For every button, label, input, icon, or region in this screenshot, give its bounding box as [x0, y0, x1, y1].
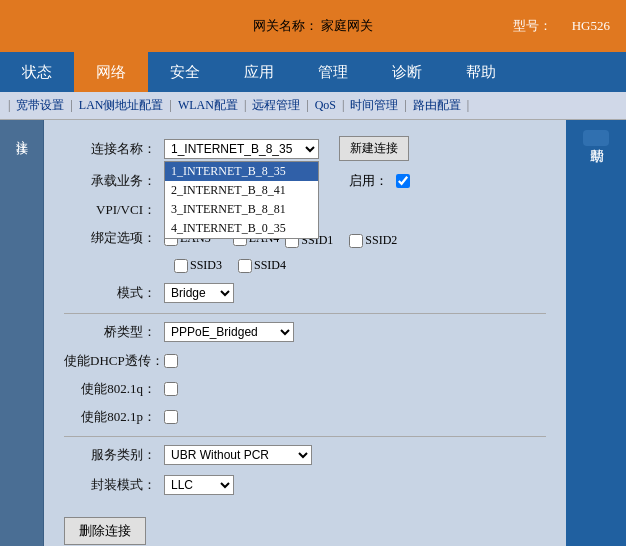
bind-ssid3-label: SSID3	[190, 258, 222, 273]
subnav-broadband[interactable]: 宽带设置	[10, 97, 70, 114]
service-type-select[interactable]: UBR Without PCR	[164, 445, 312, 465]
mode-select[interactable]: Bridge Route	[164, 283, 234, 303]
subnav: | 宽带设置 | LAN侧地址配置 | WLAN配置 | 远程管理 | QoS …	[0, 92, 626, 120]
gateway-name: 家庭网关	[321, 18, 373, 33]
subnav-qos[interactable]: QoS	[309, 98, 342, 113]
bind-ssid3: SSID3	[174, 258, 222, 273]
dhcp-enable-label: 使能DHCP透传：	[64, 352, 164, 370]
bearer-service-label: 承载业务：	[64, 172, 164, 190]
connection-name-dropdown[interactable]: 1_INTERNET_B_8_35 2_INTERNET_B_8_41 3_IN…	[164, 139, 319, 159]
connection-name-label: 连接名称：	[64, 140, 164, 158]
service-type-label: 服务类别：	[64, 446, 164, 464]
delete-connection-button[interactable]: 删除连接	[64, 517, 146, 545]
dhcp-enable-row: 使能DHCP透传：	[64, 352, 546, 370]
help-panel: 帮助	[566, 120, 626, 546]
nav-item-management[interactable]: 管理	[296, 52, 370, 92]
model-value: HG526	[572, 18, 610, 34]
dropdown-option-1[interactable]: 1_INTERNET_B_8_35	[165, 162, 318, 181]
subnav-time[interactable]: 时间管理	[344, 97, 404, 114]
bind-ssid4: SSID4	[238, 258, 286, 273]
connection-name-select[interactable]: 1_INTERNET_B_8_35 2_INTERNET_B_8_41 3_IN…	[164, 139, 319, 159]
sidebar-label[interactable]: 注接	[13, 130, 30, 134]
nav-item-network[interactable]: 网络	[74, 52, 148, 92]
gateway-label: 网关名称：	[253, 18, 318, 33]
bind-ssid2-checkbox[interactable]	[349, 234, 363, 248]
model-label: 型号：	[513, 17, 552, 35]
nav-item-apps[interactable]: 应用	[222, 52, 296, 92]
bind-ssid2: SSID2	[349, 233, 397, 248]
enable802-1p-checkbox[interactable]	[164, 410, 178, 424]
vpi-vci-label: VPI/VCI：	[64, 201, 164, 219]
header-title: 网关名称： 家庭网关	[253, 17, 373, 35]
header: 网关名称： 家庭网关 型号： HG526	[0, 0, 626, 52]
encap-mode-row: 封装模式： LLC VC-MUX	[64, 475, 546, 495]
bind-option-label: 绑定选项：	[64, 229, 164, 247]
enable802-1q-checkbox[interactable]	[164, 382, 178, 396]
new-connection-button[interactable]: 新建连接	[339, 136, 409, 161]
dhcp-enable-checkbox[interactable]	[164, 354, 178, 368]
header-right: 型号： HG526	[513, 17, 610, 35]
enable-label: 启用：	[349, 172, 388, 190]
help-label[interactable]: 帮助	[583, 130, 609, 146]
service-type-row: 服务类别： UBR Without PCR	[64, 445, 546, 465]
bind-ssid3-checkbox[interactable]	[174, 259, 188, 273]
sidebar: 注接	[0, 120, 44, 546]
bind-ssid2-label: SSID2	[365, 233, 397, 248]
bridge-type-row: 桥类型： PPPoE_Bridged	[64, 322, 546, 342]
mode-row: 模式： Bridge Route	[64, 283, 546, 303]
subnav-sep7: |	[467, 98, 469, 113]
bridge-type-label: 桥类型：	[64, 323, 164, 341]
enable802-1q-row: 使能802.1q：	[64, 380, 546, 398]
nav-item-help[interactable]: 帮助	[444, 52, 518, 92]
nav-item-status[interactable]: 状态	[0, 52, 74, 92]
subnav-routing[interactable]: 路由配置	[407, 97, 467, 114]
bridge-type-select[interactable]: PPPoE_Bridged	[164, 322, 294, 342]
main-wrap: 注接 连接名称： 1_INTERNET_B_8_35 2_INTERNET_B_…	[0, 120, 626, 546]
bind-ssid4-checkbox[interactable]	[238, 259, 252, 273]
enable802-1p-row: 使能802.1p：	[64, 408, 546, 426]
navbar: 状态 网络 安全 应用 管理 诊断 帮助	[0, 52, 626, 92]
dropdown-option-4[interactable]: 4_INTERNET_B_0_35	[165, 219, 318, 238]
enable-checkbox[interactable]	[396, 174, 410, 188]
subnav-lan-addr[interactable]: LAN侧地址配置	[73, 97, 170, 114]
nav-item-diagnosis[interactable]: 诊断	[370, 52, 444, 92]
encap-mode-select[interactable]: LLC VC-MUX	[164, 475, 234, 495]
encap-mode-label: 封装模式：	[64, 476, 164, 494]
connection-name-row: 连接名称： 1_INTERNET_B_8_35 2_INTERNET_B_8_4…	[64, 136, 546, 161]
dropdown-option-2[interactable]: 2_INTERNET_B_8_41	[165, 181, 318, 200]
enable802-1q-label: 使能802.1q：	[64, 380, 164, 398]
enable802-1p-label: 使能802.1p：	[64, 408, 164, 426]
dropdown-option-3[interactable]: 3_INTERNET_B_8_81	[165, 200, 318, 219]
subnav-remote[interactable]: 远程管理	[246, 97, 306, 114]
bind-ssid4-label: SSID4	[254, 258, 286, 273]
nav-item-security[interactable]: 安全	[148, 52, 222, 92]
mode-label: 模式：	[64, 284, 164, 302]
subnav-wlan[interactable]: WLAN配置	[172, 97, 244, 114]
content-panel: 连接名称： 1_INTERNET_B_8_35 2_INTERNET_B_8_4…	[44, 120, 566, 546]
divider	[64, 313, 546, 314]
divider2	[64, 436, 546, 437]
connection-dropdown-list[interactable]: 1_INTERNET_B_8_35 2_INTERNET_B_8_41 3_IN…	[164, 161, 319, 239]
